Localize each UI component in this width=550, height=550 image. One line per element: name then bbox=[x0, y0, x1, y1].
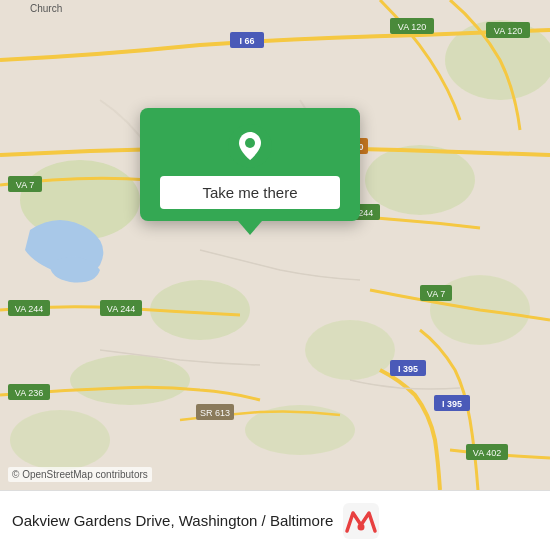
svg-rect-43 bbox=[343, 503, 379, 539]
svg-text:VA 120: VA 120 bbox=[398, 22, 426, 32]
svg-text:VA 402: VA 402 bbox=[473, 448, 501, 458]
svg-point-5 bbox=[70, 355, 190, 405]
svg-text:VA 120: VA 120 bbox=[494, 26, 522, 36]
popup-card: Take me there bbox=[140, 108, 360, 221]
svg-text:VA 236: VA 236 bbox=[15, 388, 43, 398]
osm-attribution: © OpenStreetMap contributors bbox=[8, 467, 152, 482]
location-pin-icon bbox=[228, 124, 272, 168]
location-name: Oakview Gardens Drive, Washington / Balt… bbox=[12, 512, 333, 529]
svg-point-3 bbox=[365, 145, 475, 215]
svg-text:I 395: I 395 bbox=[442, 399, 462, 409]
svg-point-42 bbox=[245, 138, 255, 148]
moovit-logo-icon bbox=[343, 503, 379, 539]
svg-text:SR 613: SR 613 bbox=[200, 408, 230, 418]
svg-text:VA 7: VA 7 bbox=[427, 289, 445, 299]
svg-text:VA 244: VA 244 bbox=[107, 304, 135, 314]
svg-text:VA 244: VA 244 bbox=[15, 304, 43, 314]
svg-text:Church: Church bbox=[30, 3, 62, 14]
svg-text:VA 7: VA 7 bbox=[16, 180, 34, 190]
svg-point-8 bbox=[10, 410, 110, 470]
svg-text:I 395: I 395 bbox=[398, 364, 418, 374]
moovit-logo bbox=[343, 503, 379, 539]
svg-point-44 bbox=[358, 523, 365, 530]
take-me-there-button[interactable]: Take me there bbox=[160, 176, 340, 209]
map-container: I 66 VA 120 VA 120 US 50 US 50 VA 7 VA 7… bbox=[0, 0, 550, 490]
svg-text:I 66: I 66 bbox=[239, 36, 254, 46]
bottom-bar: Oakview Gardens Drive, Washington / Balt… bbox=[0, 490, 550, 550]
